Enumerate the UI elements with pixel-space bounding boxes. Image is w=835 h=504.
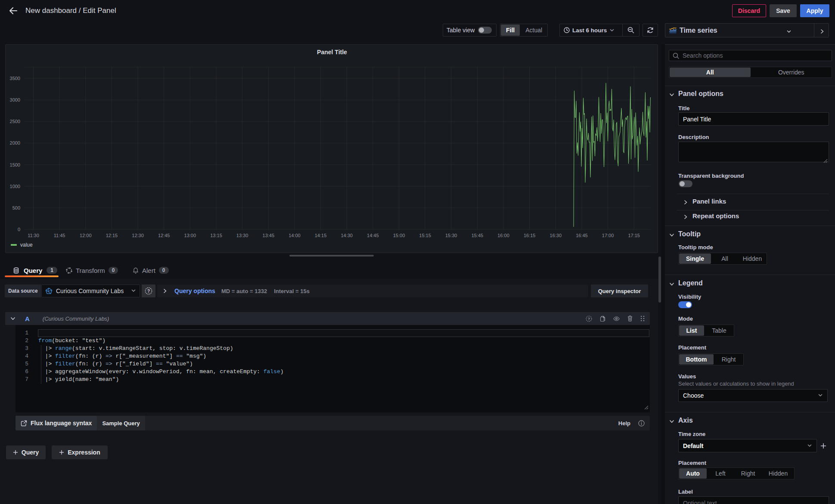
svg-text:15:00: 15:00 [393,233,405,238]
svg-text:14:15: 14:15 [315,233,327,238]
svg-text:?: ? [588,316,590,321]
svg-text:12:30: 12:30 [132,233,144,238]
svg-text:2500: 2500 [10,119,20,124]
svg-text:16:00: 16:00 [497,233,509,238]
svg-text:17:15: 17:15 [628,233,640,238]
svg-text:3000: 3000 [10,97,20,102]
svg-text:17:00: 17:00 [602,233,614,238]
svg-text:500: 500 [12,205,20,210]
svg-text:13:00: 13:00 [184,233,196,238]
svg-text:14:45: 14:45 [367,233,379,238]
svg-text:16:45: 16:45 [576,233,588,238]
svg-text:13:30: 13:30 [236,233,248,238]
svg-text:12:45: 12:45 [158,233,170,238]
svg-text:14:00: 14:00 [289,233,301,238]
svg-text:2000: 2000 [10,140,20,145]
svg-text:11:45: 11:45 [54,233,65,238]
svg-text:14:30: 14:30 [341,233,353,238]
svg-text:13:45: 13:45 [263,233,275,238]
svg-text:1500: 1500 [10,162,20,167]
svg-text:11:30: 11:30 [28,233,39,238]
svg-text:16:15: 16:15 [524,233,536,238]
svg-text:15:45: 15:45 [472,233,484,238]
svg-text:13:15: 13:15 [210,233,222,238]
svg-text:12:00: 12:00 [80,233,92,238]
svg-text:12:15: 12:15 [106,233,118,238]
svg-text:16:30: 16:30 [550,233,562,238]
svg-text:15:15: 15:15 [419,233,431,238]
svg-text:15:30: 15:30 [445,233,457,238]
svg-text:3500: 3500 [10,76,20,81]
svg-text:1000: 1000 [10,184,20,189]
svg-text:0: 0 [18,227,20,232]
svg-text:?: ? [147,289,150,294]
